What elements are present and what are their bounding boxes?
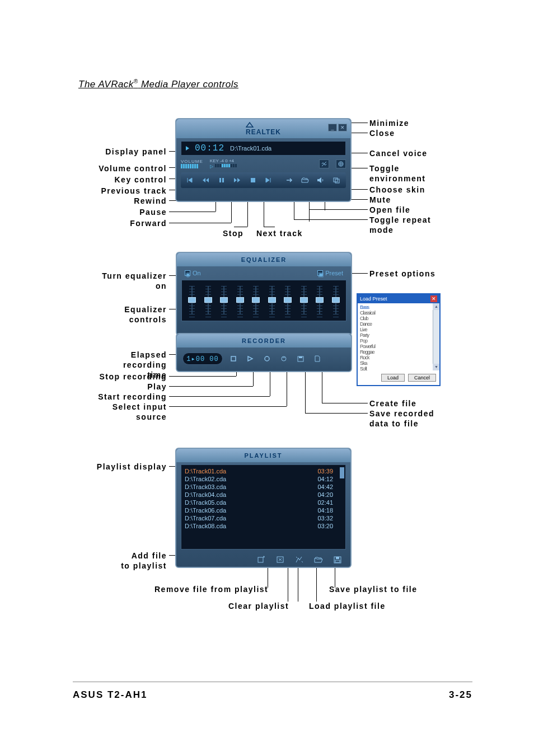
preset-cancel-button[interactable]: Cancel <box>408 374 436 382</box>
eq-band-3[interactable] <box>218 284 229 317</box>
label-playlist-display: Playlist display <box>77 462 167 472</box>
preset-item[interactable]: Soft <box>359 366 438 370</box>
eq-band-8[interactable] <box>298 284 310 317</box>
equalizer-header: EQUALIZER <box>177 253 351 266</box>
save-playlist-button[interactable] <box>332 555 343 565</box>
track-name: D:\Track08.cda <box>185 523 226 529</box>
track-name: D:\Track04.cda <box>185 491 226 498</box>
track-duration: 04:42 <box>317 483 333 490</box>
playlist-row[interactable]: D:\Track08.cda03:20 <box>185 522 342 530</box>
eq-band-2[interactable] <box>203 284 214 317</box>
mute-button[interactable] <box>315 175 327 186</box>
minimize-button[interactable]: _ <box>328 124 337 132</box>
preset-item[interactable]: Club <box>359 316 438 321</box>
scroll-up-button[interactable]: ▲ <box>433 303 439 310</box>
preset-item[interactable]: Ska <box>359 360 438 366</box>
add-file-button[interactable] <box>256 555 266 565</box>
playlist-row[interactable]: D:\Track03.cda04:42 <box>185 483 342 491</box>
playlist-row[interactable]: D:\Track01.cda03:39 <box>185 467 342 475</box>
playlist-row[interactable]: D:\Track07.cda03:32 <box>185 514 342 522</box>
load-playlist-button[interactable] <box>313 555 324 565</box>
label-clear-playlist: Clear playlist <box>228 601 289 611</box>
label-choose-skin: Choose skin <box>369 185 425 195</box>
playlist-display[interactable]: D:\Track01.cda03:39D:\Track02.cda04:12D:… <box>181 464 346 550</box>
label-next-track: Next track <box>256 228 303 238</box>
player-panel: REALTEK _ ✕ 00:12 D:\Track01.cda VOLUME … <box>175 118 352 202</box>
toggle-repeat-button[interactable] <box>283 175 296 186</box>
preset-close-button[interactable]: ✕ <box>430 295 437 302</box>
open-file-button[interactable] <box>299 175 311 186</box>
cancel-voice-button[interactable] <box>319 159 329 168</box>
label-cancel-voice: Cancel voice <box>369 148 428 158</box>
preset-item[interactable]: Pop <box>359 338 438 344</box>
label-previous-track: Previous track <box>83 186 167 196</box>
svg-rect-2 <box>219 178 221 182</box>
save-recording-button[interactable] <box>294 353 307 364</box>
next-track-button[interactable] <box>263 175 275 186</box>
current-track: D:\Track01.cda <box>230 145 271 152</box>
eq-band-5[interactable] <box>250 284 261 317</box>
playlist-row[interactable]: D:\Track02.cda04:12 <box>185 475 342 483</box>
preset-item[interactable]: Live <box>359 327 438 332</box>
playlist-row[interactable]: D:\Track05.cda02:41 <box>185 499 342 506</box>
recorder-header: RECORDER <box>177 334 351 348</box>
eq-band-7[interactable] <box>282 284 293 317</box>
eq-band-6[interactable] <box>266 284 278 317</box>
eq-band-9[interactable] <box>314 284 325 317</box>
forward-button[interactable] <box>231 175 243 186</box>
eq-band-10[interactable] <box>330 284 341 317</box>
eq-band-4[interactable] <box>235 284 246 317</box>
eq-band-1[interactable] <box>186 284 198 317</box>
preset-item[interactable]: Bass <box>359 304 438 310</box>
track-name: D:\Track03.cda <box>185 483 226 490</box>
preset-list[interactable]: BassClassicalClubDanceLivePartyPopPowerf… <box>358 303 439 370</box>
load-preset-dialog: Load Preset✕ BassClassicalClubDanceLiveP… <box>357 293 441 386</box>
volume-control[interactable] <box>181 164 203 168</box>
svg-rect-14 <box>336 557 339 559</box>
playlist-scrollbar[interactable] <box>340 467 344 478</box>
playlist-row[interactable]: D:\Track04.cda04:20 <box>185 491 342 499</box>
create-file-button[interactable] <box>311 353 324 364</box>
previous-track-button[interactable] <box>184 175 196 186</box>
label-play: Play <box>122 382 167 392</box>
svg-rect-15 <box>335 560 340 562</box>
choose-skin-button[interactable] <box>330 175 343 186</box>
toggle-environment-button[interactable] <box>336 159 346 168</box>
titlebar: REALTEK _ ✕ <box>176 119 350 138</box>
label-save-recorded: Save recorded data to file <box>369 408 434 429</box>
preset-button[interactable]: ▣Preset <box>317 270 343 276</box>
label-open-file: Open file <box>369 205 410 215</box>
label-save-playlist: Save playlist to file <box>329 584 418 594</box>
select-input-button[interactable] <box>278 353 290 364</box>
key-control[interactable]: KEY -4 0 +4 ▷ <box>210 158 237 169</box>
preset-item[interactable]: Classical <box>359 310 438 316</box>
svg-rect-11 <box>258 557 263 562</box>
label-add-file: Add file to playlist <box>111 551 167 571</box>
label-rewind: Rewind <box>122 196 167 206</box>
scroll-down-button[interactable]: ▼ <box>433 364 439 370</box>
preset-load-button[interactable]: Load <box>381 374 405 382</box>
rewind-button[interactable] <box>200 175 212 186</box>
label-turn-eq-on: Turn equalizer on <box>77 271 167 291</box>
stop-button[interactable] <box>247 175 259 186</box>
preset-item[interactable]: Dance <box>359 321 438 327</box>
equalizer-on-toggle[interactable]: ◉On <box>185 270 201 276</box>
preset-dialog-title: Load Preset <box>360 296 387 302</box>
playlist-row[interactable]: D:\Track06.cda04:18 <box>185 506 342 514</box>
close-button[interactable]: ✕ <box>338 124 347 132</box>
preset-item[interactable]: Powerful <box>359 344 438 349</box>
track-name: D:\Track06.cda <box>185 507 226 514</box>
preset-item[interactable]: Rock <box>359 355 438 360</box>
pause-button[interactable] <box>216 175 228 186</box>
remove-file-button[interactable] <box>275 555 285 565</box>
play-recording-button[interactable] <box>244 353 256 364</box>
svg-rect-7 <box>231 356 236 361</box>
stop-recording-button[interactable] <box>227 353 240 364</box>
page-number: 3-25 <box>449 689 472 701</box>
clear-playlist-button[interactable] <box>294 555 305 565</box>
svg-line-0 <box>322 162 326 166</box>
preset-item[interactable]: Party <box>359 332 438 338</box>
start-recording-button[interactable] <box>261 353 273 364</box>
preset-item[interactable]: Reggae <box>359 349 438 355</box>
label-select-input: Select input source <box>94 402 167 422</box>
